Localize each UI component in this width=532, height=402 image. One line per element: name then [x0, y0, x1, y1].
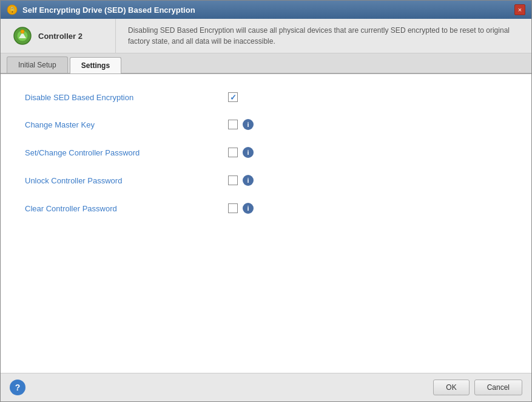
settings-row-disable-sed: Disable SED Based Encryption ✓: [25, 92, 507, 102]
titlebar: 🔒 Self Encrypting Drive (SED) Based Encr…: [1, 1, 531, 19]
dialog-title: Self Encrypting Drive (SED) Based Encryp…: [22, 5, 195, 15]
set-change-password-checkbox[interactable]: [228, 148, 238, 157]
set-change-password-label: Set/Change Controller Password: [25, 148, 219, 157]
clear-password-checkbox[interactable]: [228, 203, 238, 213]
unlock-password-checkbox-container: i: [228, 175, 254, 186]
settings-content: Disable SED Based Encryption ✓ Change Ma…: [1, 74, 531, 373]
change-master-key-label: Change Master Key: [25, 120, 219, 129]
unlock-password-label: Unlock Controller Password: [25, 176, 219, 185]
footer-buttons: OK Cancel: [433, 380, 522, 395]
settings-row-unlock-password: Unlock Controller Password i: [25, 175, 507, 186]
clear-password-info-icon[interactable]: i: [243, 203, 254, 214]
set-change-password-info-icon[interactable]: i: [243, 147, 254, 158]
clear-password-checkbox-container: i: [228, 203, 254, 214]
close-button[interactable]: ×: [514, 4, 525, 15]
tabs-bar: Initial Setup Settings: [1, 53, 531, 74]
settings-row-set-change-password: Set/Change Controller Password i: [25, 147, 507, 158]
controller-bar: Controller 2 Disabling SED Based Encrypt…: [1, 19, 531, 53]
svg-text:🔒: 🔒: [8, 6, 16, 14]
controller-icon: [13, 26, 32, 46]
controller-message: Disabling SED Based Encryption will caus…: [116, 19, 531, 53]
cancel-button[interactable]: Cancel: [474, 380, 522, 395]
change-master-key-info-icon[interactable]: i: [243, 119, 254, 130]
dialog-icon: 🔒: [7, 4, 18, 15]
change-master-key-checkbox[interactable]: [228, 120, 238, 129]
controller-name: Controller 2: [38, 32, 82, 41]
ok-button[interactable]: OK: [433, 380, 469, 395]
disable-sed-checkbox[interactable]: ✓: [228, 92, 238, 102]
unlock-password-checkbox[interactable]: [228, 175, 238, 185]
svg-point-4: [21, 30, 24, 33]
checkmark-icon: ✓: [230, 93, 237, 102]
settings-row-change-master-key: Change Master Key i: [25, 119, 507, 130]
clear-password-label: Clear Controller Password: [25, 204, 219, 213]
tab-initial-setup[interactable]: Initial Setup: [7, 56, 68, 73]
tab-settings[interactable]: Settings: [70, 57, 121, 73]
set-change-password-checkbox-container: i: [228, 147, 254, 158]
disable-sed-label: Disable SED Based Encryption: [25, 93, 219, 102]
footer: ? OK Cancel: [1, 373, 531, 401]
settings-row-clear-password: Clear Controller Password i: [25, 203, 507, 214]
help-button[interactable]: ?: [10, 380, 25, 395]
dialog: 🔒 Self Encrypting Drive (SED) Based Encr…: [0, 0, 532, 402]
controller-info: Controller 2: [1, 19, 116, 53]
disable-sed-checkbox-container: ✓: [228, 92, 238, 102]
titlebar-left: 🔒 Self Encrypting Drive (SED) Based Encr…: [7, 4, 195, 15]
unlock-password-info-icon[interactable]: i: [243, 175, 254, 186]
change-master-key-checkbox-container: i: [228, 119, 254, 130]
